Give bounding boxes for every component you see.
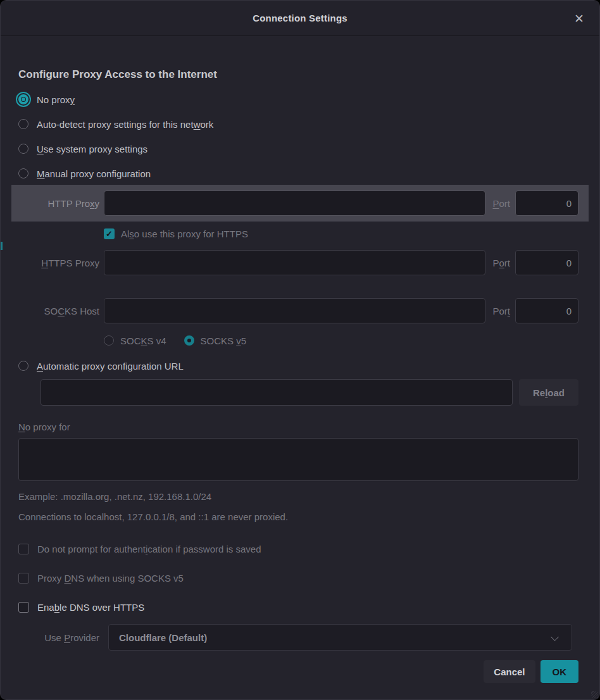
https-port-input[interactable] [515, 250, 578, 275]
radio-no-proxy-label: No proxy [37, 94, 75, 105]
socks-version-row: SOCKS v4 SOCKS v5 [104, 334, 578, 347]
radio-system-proxy-label: Use system proxy settings [37, 144, 147, 154]
socks-port-input[interactable] [515, 298, 578, 323]
screen: Connection Settings ✕ Configure Proxy Ac… [0, 0, 600, 700]
enable-doh-row: Enable DNS over HTTPS [18, 600, 578, 614]
https-proxy-row: HTTPS Proxy Port [18, 250, 578, 275]
check-icon: ✓ [106, 230, 113, 238]
radio-auto-detect[interactable] [18, 119, 28, 129]
radio-auto-url[interactable] [18, 361, 28, 371]
radio-socks-v4[interactable] [104, 335, 114, 346]
auto-url-input[interactable] [41, 379, 513, 406]
http-proxy-input[interactable] [104, 191, 485, 216]
radio-system-proxy[interactable] [18, 144, 28, 154]
edge-artifact [1, 242, 3, 250]
radio-manual-proxy[interactable] [18, 168, 28, 178]
radio-row-auto-url: Automatic proxy configuration URL [18, 358, 578, 374]
socks-host-row: SOCKS Host Port [18, 298, 578, 323]
no-prompt-auth-label: Do not prompt for authentication if pass… [37, 544, 261, 554]
radio-auto-url-label: Automatic proxy configuration URL [37, 361, 184, 372]
auto-url-row: Reload [18, 379, 578, 406]
http-port-label: Port [492, 198, 510, 209]
checkbox-no-prompt-auth[interactable] [18, 544, 29, 554]
socks-v4-label: SOCKS v4 [120, 335, 166, 346]
proxy-dns-row: Proxy DNS when using SOCKS v5 [18, 571, 578, 585]
radio-row-auto-detect: Auto-detect proxy settings for this netw… [18, 116, 578, 132]
proxy-dns-label: Proxy DNS when using SOCKS v5 [37, 573, 184, 584]
ok-button[interactable]: OK [541, 660, 579, 683]
radio-row-manual-proxy: Manual proxy configuration [18, 165, 578, 182]
checkbox-enable-doh[interactable] [18, 602, 29, 613]
provider-select[interactable]: Cloudflare (Default) [108, 624, 572, 651]
socks-port-label: Port [492, 306, 510, 316]
https-port-label: Port [492, 258, 510, 268]
socks-host-input[interactable] [104, 298, 485, 323]
connection-settings-dialog: Connection Settings ✕ Configure Proxy Ac… [0, 0, 600, 700]
radio-row-no-proxy: No proxy [18, 91, 578, 108]
also-https-label: Also use this proxy for HTTPS [121, 228, 248, 239]
radio-socks-v5[interactable] [184, 335, 194, 346]
no-proxy-example-text: Example: .mozilla.org, .net.nz, 192.168.… [18, 491, 578, 502]
cancel-button[interactable]: Cancel [484, 660, 535, 683]
reload-button[interactable]: Reload [519, 379, 578, 406]
also-https-row: ✓ Also use this proxy for HTTPS [104, 227, 578, 240]
no-proxy-note-text: Connections to localhost, 127.0.0.1/8, a… [18, 511, 578, 522]
https-proxy-input[interactable] [104, 250, 485, 275]
no-proxy-for-textarea[interactable] [18, 438, 578, 481]
use-provider-label: Use Provider [18, 632, 104, 643]
checkbox-also-https[interactable]: ✓ [104, 228, 115, 239]
close-icon[interactable]: ✕ [570, 9, 588, 27]
http-proxy-row-highlighted: HTTP Proxy Port [11, 185, 589, 222]
provider-selected-value: Cloudflare (Default) [119, 632, 207, 643]
socks-v5-label: SOCKS v5 [201, 335, 247, 346]
radio-no-proxy[interactable] [18, 94, 28, 104]
radio-row-system-proxy: Use system proxy settings [18, 141, 578, 157]
dialog-header: Connection Settings ✕ [1, 1, 599, 36]
no-prompt-auth-row: Do not prompt for authentication if pass… [18, 542, 578, 556]
checkbox-proxy-dns[interactable] [18, 573, 29, 584]
radio-auto-detect-label: Auto-detect proxy settings for this netw… [37, 119, 213, 130]
http-port-input[interactable] [515, 191, 578, 216]
section-heading: Configure Proxy Access to the Internet [18, 66, 578, 83]
provider-row: Use Provider Cloudflare (Default) [18, 624, 578, 651]
dialog-footer: Cancel OK [18, 660, 578, 683]
http-proxy-label: HTTP Proxy [18, 198, 104, 209]
radio-manual-proxy-label: Manual proxy configuration [37, 168, 151, 179]
resize-grip[interactable] [591, 691, 598, 698]
dialog-body: Configure Proxy Access to the Internet N… [1, 36, 599, 699]
chevron-down-icon [551, 633, 559, 641]
no-proxy-for-label: No proxy for [18, 420, 578, 434]
socks-host-label: SOCKS Host [18, 306, 104, 316]
enable-doh-label: Enable DNS over HTTPS [37, 602, 144, 613]
dialog-title: Connection Settings [253, 13, 347, 23]
https-proxy-label: HTTPS Proxy [18, 258, 104, 268]
